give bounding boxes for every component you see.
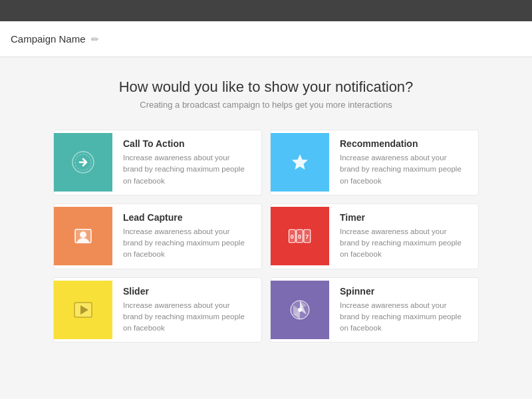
card-body-recommendation: Recommendation Increase awareness about … — [329, 130, 478, 195]
card-icon-bg-teal — [54, 133, 112, 192]
svg-text:0: 0 — [291, 233, 294, 240]
card-slider[interactable]: Slider Increase awareness about your bra… — [53, 277, 262, 343]
card-desc: Increase awareness about your brand by r… — [123, 152, 251, 187]
play-icon — [67, 294, 99, 326]
card-icon-bg-purple — [271, 281, 329, 339]
card-desc: Increase awareness about your brand by r… — [123, 226, 251, 261]
svg-marker-2 — [292, 154, 308, 170]
edit-campaign-name-icon[interactable]: ✏ — [91, 34, 99, 45]
card-body-call-to-action: Call To Action Increase awareness about … — [112, 130, 261, 195]
svg-point-4 — [80, 231, 86, 238]
card-title: Call To Action — [123, 138, 251, 149]
main-content: How would you like to show your notifica… — [0, 57, 532, 364]
card-lead-capture[interactable]: Lead Capture Increase awareness about yo… — [53, 203, 262, 269]
card-desc: Increase awareness about your brand by r… — [123, 300, 251, 334]
star-icon — [284, 146, 316, 178]
card-body-lead-capture: Lead Capture Increase awareness about yo… — [112, 204, 261, 269]
card-timer[interactable]: 0 0 7 Timer Increase awareness about you… — [270, 203, 479, 269]
person-icon — [67, 220, 99, 252]
arrow-icon — [67, 146, 99, 178]
card-spinner[interactable]: Spinner Increase awareness about your br… — [270, 277, 479, 343]
header: Campaign Name ✏ — [0, 21, 532, 57]
card-icon-bg-yellow — [54, 281, 112, 339]
card-call-to-action[interactable]: Call To Action Increase awareness about … — [53, 130, 262, 196]
card-body-slider: Slider Increase awareness about your bra… — [112, 278, 261, 342]
card-icon-bg-red: 0 0 7 — [271, 207, 329, 265]
spinner-icon — [284, 294, 316, 326]
card-body-spinner: Spinner Increase awareness about your br… — [329, 278, 478, 342]
card-desc: Increase awareness about your brand by r… — [340, 152, 467, 187]
card-title: Slider — [123, 286, 251, 297]
card-desc: Increase awareness about your brand by r… — [340, 226, 467, 261]
card-icon-bg-blue — [271, 133, 329, 192]
svg-text:0: 0 — [298, 233, 301, 240]
page-title: How would you like to show your notifica… — [53, 78, 479, 96]
cards-grid: Call To Action Increase awareness about … — [53, 130, 479, 342]
card-title: Recommendation — [340, 138, 467, 149]
card-body-timer: Timer Increase awareness about your bran… — [329, 204, 478, 269]
card-recommendation[interactable]: Recommendation Increase awareness about … — [270, 130, 479, 196]
timer-icon: 0 0 7 — [284, 220, 316, 252]
svg-point-14 — [298, 308, 302, 312]
card-icon-bg-orange — [54, 207, 112, 265]
campaign-name-label: Campaign Name — [11, 33, 86, 45]
card-title: Spinner — [340, 286, 467, 297]
card-title: Timer — [340, 212, 467, 223]
svg-text:7: 7 — [305, 233, 309, 240]
top-bar — [0, 0, 532, 21]
page-subtitle: Creating a broadcast campaign to helps g… — [53, 100, 479, 110]
card-desc: Increase awareness about your brand by r… — [340, 300, 467, 334]
card-title: Lead Capture — [123, 212, 251, 223]
